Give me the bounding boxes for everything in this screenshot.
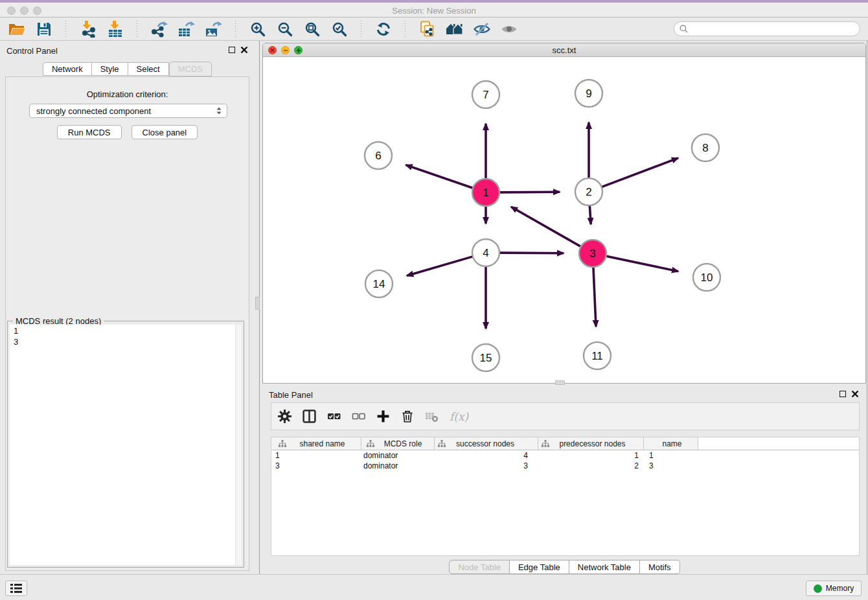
table-row[interactable]: 1 dominator 4 1 1	[271, 450, 859, 461]
function-builder-icon[interactable]: f(x)	[450, 410, 468, 423]
tree-icon	[542, 440, 549, 447]
tree-icon	[367, 440, 374, 447]
close-panel-button[interactable]: Close panel	[131, 125, 198, 139]
vertical-splitter-grip[interactable]	[255, 297, 260, 310]
show-all-icon[interactable]	[500, 20, 518, 38]
graph-node-4[interactable]: 4	[472, 239, 499, 266]
graph-node-3[interactable]: 3	[579, 240, 606, 267]
graph-edge-3-1[interactable]	[511, 207, 581, 246]
tree-icon	[279, 440, 286, 447]
graph-edge-1-6[interactable]	[406, 165, 474, 189]
search-input[interactable]	[691, 25, 854, 34]
graph-node-label: 15	[480, 352, 492, 364]
deselect-all-rows-icon[interactable]	[352, 410, 365, 423]
table-header-row: shared name MCDS role successor nodes pr…	[271, 437, 859, 450]
toolbar-separator	[235, 21, 236, 38]
graph-edge-2-3[interactable]	[589, 205, 591, 224]
graph-node-6[interactable]: 6	[365, 142, 392, 169]
save-session-icon[interactable]	[35, 20, 52, 38]
first-neighbors-icon[interactable]	[446, 20, 463, 38]
search-box	[674, 21, 860, 36]
graph-node-label: 11	[591, 350, 603, 362]
select-all-rows-icon[interactable]	[327, 410, 341, 423]
result-scrollbar[interactable]	[235, 325, 242, 565]
close-table-panel-icon[interactable]	[851, 390, 859, 398]
float-panel-icon[interactable]	[229, 47, 235, 53]
zoom-selected-icon[interactable]	[330, 20, 348, 38]
tab-style[interactable]: Style	[92, 62, 128, 76]
refresh-view-icon[interactable]	[374, 20, 392, 38]
dropdown-stepper-icon	[215, 107, 223, 115]
toolbar-separator	[405, 21, 405, 38]
graph-node-label: 9	[586, 87, 591, 100]
cell-mcds-role: dominator	[361, 451, 435, 460]
column-header-shared-name[interactable]: shared name	[271, 437, 361, 450]
zoom-fit-icon[interactable]	[303, 20, 321, 38]
graph-node-2[interactable]: 2	[575, 178, 602, 205]
graph-node-9[interactable]: 9	[575, 80, 602, 107]
app-title: Session: New Session	[0, 6, 868, 16]
criterion-dropdown[interactable]: strongly connected component	[29, 104, 227, 118]
tab-node-table[interactable]: Node Table	[449, 560, 510, 574]
memory-button[interactable]: Memory	[806, 581, 862, 596]
graph-node-15[interactable]: 15	[472, 344, 499, 371]
import-table-icon[interactable]	[106, 20, 124, 38]
graph-node-8[interactable]: 8	[692, 134, 719, 161]
table-row[interactable]: 3 dominator 3 2 3	[271, 461, 859, 471]
graph-node-14[interactable]: 14	[365, 270, 393, 297]
cell-predecessor-nodes: 1	[538, 451, 644, 460]
graph-node-label: 14	[373, 278, 385, 290]
column-header-successor-nodes[interactable]: successor nodes	[435, 437, 538, 450]
graph-edge-3-10[interactable]	[606, 256, 678, 271]
network-graph[interactable]: 7968124314101511	[263, 57, 865, 384]
tab-mcds[interactable]: MCDS	[169, 62, 212, 76]
column-header-predecessor-nodes[interactable]: predecessor nodes	[538, 437, 644, 450]
cell-name: 1	[644, 451, 698, 460]
open-file-icon[interactable]	[8, 20, 25, 38]
import-network-icon[interactable]	[79, 20, 97, 38]
tab-edge-table[interactable]: Edge Table	[510, 560, 569, 574]
tab-network[interactable]: Network	[43, 62, 92, 76]
table-panel: Table Panel	[262, 385, 867, 574]
graph-edge-1-2[interactable]	[499, 192, 560, 192]
clone-network-icon[interactable]	[418, 20, 436, 38]
graph-edge-4-14[interactable]	[407, 257, 473, 276]
graph-node-1[interactable]: 1	[472, 179, 499, 206]
graph-node-7[interactable]: 7	[472, 81, 499, 108]
tab-select[interactable]: Select	[128, 62, 169, 76]
table-settings-icon[interactable]	[278, 410, 291, 423]
mcds-result-text[interactable]: 1 3	[10, 325, 242, 565]
graph-edge-2-8[interactable]	[602, 158, 678, 187]
float-table-panel-icon[interactable]	[839, 391, 846, 397]
export-image-icon[interactable]	[205, 20, 222, 38]
hide-selected-icon[interactable]	[473, 20, 490, 38]
delete-column-icon[interactable]	[401, 410, 414, 423]
column-label: MCDS role	[374, 439, 434, 448]
column-header-name[interactable]: name	[644, 437, 698, 450]
network-titlebar[interactable]: scc.txt	[263, 43, 865, 57]
add-column-icon[interactable]	[376, 410, 390, 423]
graph-node-label: 7	[483, 89, 488, 101]
control-panel: Control Panel Network Style Select MCDS …	[0, 41, 255, 574]
control-panel-title: Control Panel	[6, 46, 58, 56]
mcds-result-line: 3	[14, 336, 242, 347]
graph-edge-4-3[interactable]	[499, 253, 564, 253]
network-canvas[interactable]: 7968124314101511	[263, 57, 865, 383]
column-header-mcds-role[interactable]: MCDS role	[361, 437, 435, 450]
close-panel-icon[interactable]	[240, 46, 248, 54]
manage-columns-icon[interactable]	[303, 410, 316, 423]
run-mcds-button[interactable]: Run MCDS	[57, 125, 122, 139]
graph-edge-3-11[interactable]	[593, 267, 596, 327]
graph-node-11[interactable]: 11	[584, 342, 611, 369]
export-network-icon[interactable]	[150, 20, 168, 38]
delete-table-icon[interactable]	[425, 410, 439, 422]
export-table-icon[interactable]	[177, 20, 195, 38]
panel-list-button[interactable]	[5, 581, 27, 596]
tab-motifs[interactable]: Motifs	[640, 560, 680, 574]
zoom-out-icon[interactable]	[276, 20, 293, 38]
tab-network-table[interactable]: Network Table	[569, 560, 640, 574]
zoom-in-icon[interactable]	[249, 20, 266, 38]
horizontal-splitter-grip[interactable]	[555, 380, 565, 385]
graph-node-10[interactable]: 10	[693, 264, 720, 291]
status-bar: Memory	[0, 574, 868, 600]
